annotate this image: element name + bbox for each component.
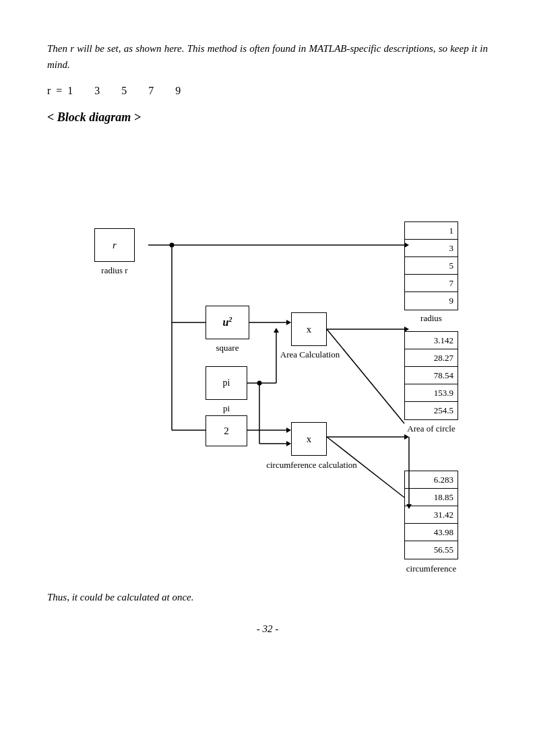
area-calc-label: x — [307, 324, 312, 335]
radius-cell-5: 9 — [405, 292, 458, 310]
circ-cell-2: 18.85 — [405, 489, 458, 506]
page-number: - 32 - — [47, 623, 488, 635]
radius-cell-3: 5 — [405, 257, 458, 275]
r-values-text: r = 1 3 5 7 9 — [47, 85, 182, 96]
intro-paragraph: Then r will be set, as shown here. This … — [47, 40, 488, 73]
radius-display-label: radius — [404, 313, 458, 324]
r-values-line: r = 1 3 5 7 9 — [47, 85, 488, 97]
radius-cell-1: 1 — [405, 222, 458, 240]
square-block-sublabel: square — [202, 343, 253, 353]
area-display: 3.142 28.27 78.54 153.9 254.5 — [404, 331, 458, 420]
radius-cell-2: 3 — [405, 240, 458, 257]
svg-point-2 — [170, 243, 175, 248]
svg-marker-22 — [404, 434, 409, 440]
svg-marker-16 — [286, 427, 291, 433]
radius-cell-4: 7 — [405, 275, 458, 292]
circ-cell-1: 6.283 — [405, 471, 458, 489]
svg-point-9 — [257, 381, 262, 386]
circ-cell-4: 43.98 — [405, 524, 458, 541]
pi-block-sublabel: pi — [206, 403, 247, 414]
block-diagram: r radius r u2 square pi pi 2 x Area Calc… — [47, 141, 488, 572]
block-diagram-title: < Block diagram > — [47, 110, 488, 125]
area-cell-4: 153.9 — [405, 384, 458, 402]
svg-marker-11 — [274, 328, 279, 333]
conclusion-paragraph: Thus, it could be calculated at once. — [47, 592, 488, 603]
svg-line-17 — [327, 329, 404, 423]
square-block-label: u2 — [223, 316, 232, 329]
pi-block: pi — [206, 366, 247, 400]
circ-calc-sublabel: circumference calculation — [253, 460, 371, 471]
radius-block-sublabel: radius r — [91, 265, 138, 276]
area-display-label: Area of circle — [394, 423, 468, 434]
two-block: 2 — [206, 415, 247, 446]
area-cell-3: 78.54 — [405, 367, 458, 384]
area-cell-2: 28.27 — [405, 349, 458, 367]
area-calc-sublabel: Area Calculation — [270, 349, 350, 360]
area-cell-5: 254.5 — [405, 402, 458, 419]
square-block: u2 — [206, 306, 249, 339]
circ-cell-5: 56.55 — [405, 541, 458, 559]
pi-block-label: pi — [223, 378, 230, 388]
area-calc-block: x — [291, 312, 327, 346]
circ-cell-3: 31.42 — [405, 506, 458, 524]
radius-block: r — [94, 228, 135, 262]
svg-marker-14 — [286, 441, 291, 446]
area-cell-1: 3.142 — [405, 332, 458, 349]
circ-calc-block: x — [291, 422, 327, 456]
svg-marker-7 — [286, 320, 291, 325]
two-block-label: 2 — [224, 425, 229, 437]
radius-display: 1 3 5 7 9 — [404, 221, 458, 310]
circumference-display-label: circumference — [394, 563, 468, 574]
radius-block-label: r — [113, 240, 117, 251]
circ-calc-label: x — [307, 434, 312, 445]
circumference-display: 6.283 18.85 31.42 43.98 56.55 — [404, 471, 458, 559]
